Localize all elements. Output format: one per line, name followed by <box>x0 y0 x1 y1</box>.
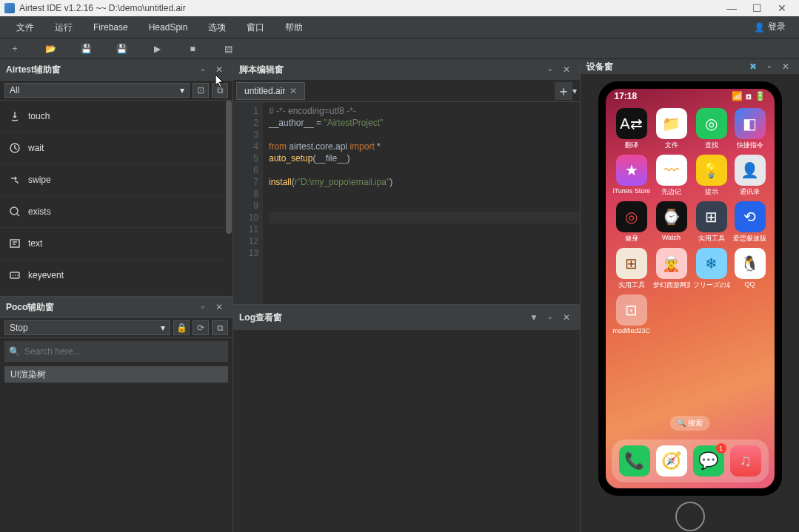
capture-button[interactable]: ⧉ <box>212 83 228 98</box>
save-all-button[interactable]: 💾 <box>113 40 130 58</box>
command-touch[interactable]: touch <box>0 101 233 132</box>
editor-tab[interactable]: untitled.air ✕ <box>236 82 305 100</box>
airtest-assist-title: Airtest辅助窗 <box>6 64 194 76</box>
code-line[interactable] <box>269 188 580 200</box>
command-keyevent[interactable]: keyevent <box>0 260 233 292</box>
stop-button[interactable]: ■ <box>184 40 201 58</box>
code-line[interactable] <box>269 235 580 247</box>
app-フリーズの砦[interactable]: ❄フリーズの砦 <box>693 248 730 290</box>
log-filter-button[interactable]: ▼ <box>526 310 541 325</box>
dock-app[interactable]: ♫ <box>730 445 761 477</box>
code-line[interactable] <box>269 129 580 141</box>
chevron-down-icon: ▾ <box>161 323 165 333</box>
panel-close-button[interactable]: ✕ <box>559 310 574 325</box>
save-button[interactable]: 💾 <box>77 40 95 58</box>
text-icon <box>9 238 21 249</box>
app-查找[interactable]: ◎查找 <box>693 108 730 150</box>
dock-app[interactable]: 📞 <box>619 445 650 477</box>
minimize-button[interactable]: — <box>719 2 744 14</box>
app-Watch[interactable]: ⌚Watch <box>653 201 690 243</box>
app-实用工具[interactable]: ⊞实用工具 <box>693 201 730 243</box>
poco-refresh-button[interactable]: ⟳ <box>193 320 209 335</box>
close-button[interactable]: ✕ <box>769 2 795 14</box>
app-翻译[interactable]: A⇄翻译 <box>613 108 650 150</box>
app-无边记[interactable]: 〰无边记 <box>653 155 690 197</box>
panel-pop-button[interactable]: ▫ <box>195 62 210 77</box>
app-icon: ⊞ <box>696 201 727 232</box>
menu-run[interactable]: 运行 <box>44 16 83 38</box>
panel-pop-button[interactable]: ▫ <box>543 62 558 77</box>
app-QQ[interactable]: 🐧QQ <box>733 248 767 290</box>
app-快捷指令[interactable]: ◧快捷指令 <box>733 108 767 150</box>
device-screen[interactable]: 17:18 📶 ⧈ 🔋 A⇄翻译📁文件◎查找◧快捷指令★iTunes Store… <box>606 89 775 488</box>
code-line[interactable] <box>269 200 580 212</box>
panel-close-button[interactable]: ✕ <box>559 62 574 77</box>
code-line[interactable]: # -*- encoding=utf8 -*- <box>269 105 580 117</box>
code-line[interactable]: from airtest.core.api import * <box>269 141 580 152</box>
run-button[interactable]: ▶ <box>148 40 166 58</box>
app-梦幻西游网页版[interactable]: 🧝梦幻西游网页版 <box>653 248 690 290</box>
command-exists[interactable]: exists <box>0 196 233 228</box>
app-实用工具[interactable]: ⊞实用工具 <box>613 248 650 290</box>
menu-file[interactable]: 文件 <box>6 16 44 38</box>
panel-close-button[interactable]: ✕ <box>212 62 227 77</box>
app-label: 实用工具 <box>618 280 645 290</box>
panel-close-button[interactable]: ✕ <box>212 300 227 314</box>
code-line[interactable] <box>269 223 580 235</box>
code-line[interactable] <box>269 164 580 176</box>
code-line[interactable]: __author__ = "AirtestProject" <box>269 117 580 129</box>
app-健身[interactable]: ◎健身 <box>613 201 650 243</box>
command-wait[interactable]: wait <box>0 132 233 164</box>
poco-lock-button[interactable]: 🔒 <box>173 320 190 335</box>
scrollbar-track <box>225 101 233 296</box>
login-button[interactable]: 👤 登录 <box>746 21 793 33</box>
tab-menu-button[interactable]: ▾ <box>572 86 577 96</box>
poco-search-input[interactable] <box>24 346 224 357</box>
command-list[interactable]: touchwaitswipeexiststextkeyevent <box>0 101 233 296</box>
panel-pop-button[interactable]: ▫ <box>762 59 777 74</box>
open-button[interactable]: 📂 <box>41 40 59 58</box>
app-modified23C31...[interactable]: ⊡modified23C31... <box>613 294 650 334</box>
panel-pop-button[interactable]: ▫ <box>195 300 210 314</box>
app-文件[interactable]: 📁文件 <box>653 108 690 150</box>
badge: 1 <box>716 443 726 454</box>
app-提示[interactable]: 💡提示 <box>693 155 730 197</box>
ui-tree-root[interactable]: UI渲染树 <box>4 366 228 383</box>
device-tools-button[interactable]: ✖ <box>746 59 760 74</box>
dock-app[interactable]: 💬1 <box>693 445 724 477</box>
code-area[interactable]: # -*- encoding=utf8 -*-__author__ = "Air… <box>263 102 580 304</box>
phone-search-pill[interactable]: 🔍 搜索 <box>669 416 710 431</box>
app-通讯录[interactable]: 👤通讯录 <box>733 155 767 197</box>
code-editor[interactable]: 12345678910111213 # -*- encoding=utf8 -*… <box>233 102 580 304</box>
svg-point-1 <box>10 207 18 215</box>
panel-close-button[interactable]: ✕ <box>778 59 793 74</box>
maximize-button[interactable]: ☐ <box>744 2 769 14</box>
dock-app[interactable]: 🧭 <box>656 445 687 477</box>
code-line[interactable]: auto_setup(__file__) <box>269 152 580 164</box>
app-iTunes Store[interactable]: ★iTunes Store <box>613 155 650 197</box>
menu-help[interactable]: 帮助 <box>275 16 313 38</box>
menu-firebase[interactable]: Firebase <box>83 16 138 38</box>
tab-close-icon[interactable]: ✕ <box>290 86 297 96</box>
report-button[interactable]: ▤ <box>219 40 237 58</box>
code-line[interactable] <box>269 247 580 259</box>
airtest-filter-dropdown[interactable]: All ▾ <box>4 83 190 98</box>
poco-inspect-button[interactable]: ⧉ <box>212 320 228 335</box>
menu-options[interactable]: 选项 <box>198 16 236 38</box>
scrollbar-thumb[interactable] <box>226 101 232 234</box>
add-tab-button[interactable]: ＋ <box>555 82 572 100</box>
app-爱思极速版[interactable]: ⟲爱思极速版 <box>733 201 767 243</box>
app-icon: ⟲ <box>735 201 766 232</box>
log-body[interactable] <box>233 330 580 532</box>
command-text[interactable]: text <box>0 228 233 260</box>
command-swipe[interactable]: swipe <box>0 164 233 196</box>
panel-pop-button[interactable]: ▫ <box>543 310 558 325</box>
record-button[interactable]: ⊡ <box>193 83 209 98</box>
code-line[interactable] <box>269 212 580 223</box>
code-line[interactable]: install(r"D:\my_popo\email.ipa") <box>269 176 580 188</box>
new-button[interactable]: ＋ <box>6 40 24 58</box>
poco-mode-dropdown[interactable]: Stop ▾ <box>4 320 170 335</box>
menu-window[interactable]: 窗口 <box>236 16 275 38</box>
home-button[interactable] <box>675 502 705 531</box>
menu-headspin[interactable]: HeadSpin <box>138 16 198 38</box>
